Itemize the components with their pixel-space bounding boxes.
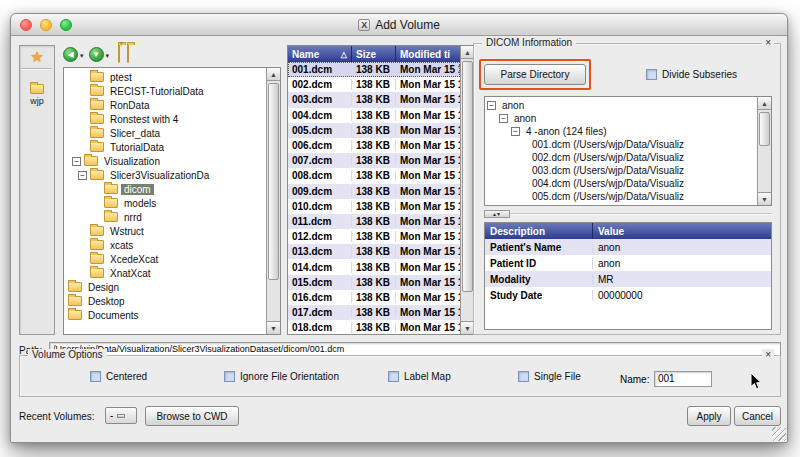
- tree-item[interactable]: 003.dcm (/Users/wjp/Data/Visualiz: [485, 164, 757, 177]
- tree-item[interactable]: XnatXcat: [64, 266, 266, 280]
- file-row[interactable]: 004.dcm138 KBMon Mar 15 15:11:08 20: [288, 108, 460, 123]
- tree-item[interactable]: −4 -anon (124 files): [485, 125, 757, 138]
- file-row[interactable]: 006.dcm138 KBMon Mar 15 15:11:08 20: [288, 138, 460, 153]
- ignore-file-orientation-checkbox[interactable]: [224, 371, 235, 382]
- recent-volumes-dropdown[interactable]: -: [105, 407, 137, 424]
- tree-item[interactable]: 004.dcm (/Users/wjp/Data/Visualiz: [485, 177, 757, 190]
- tree-item[interactable]: Design: [64, 280, 266, 294]
- close-button[interactable]: [20, 19, 32, 31]
- tree-item[interactable]: Ronstest with 4: [64, 112, 266, 126]
- recent-directories-button[interactable]: ▼: [89, 47, 104, 62]
- parent-directory-button[interactable]: ↑: [118, 45, 120, 63]
- column-header-size[interactable]: Size: [352, 46, 396, 62]
- directory-tree-scrollbar[interactable]: ▲ ▼: [266, 68, 280, 334]
- tree-item[interactable]: xcats: [64, 238, 266, 252]
- column-header-modified[interactable]: Modified ti: [396, 46, 460, 62]
- column-header-description[interactable]: Description: [485, 223, 593, 239]
- cancel-button[interactable]: Cancel: [734, 406, 781, 426]
- file-row[interactable]: 007.dcm138 KBMon Mar 15 15:11:08 20: [288, 153, 460, 168]
- tree-item[interactable]: 002.dcm (/Users/wjp/Data/Visualiz: [485, 151, 757, 164]
- centered-option[interactable]: Centered: [90, 371, 147, 382]
- file-row[interactable]: 003.dcm138 KBMon Mar 15 15:11:08 20: [288, 92, 460, 107]
- column-header-name[interactable]: Name △: [288, 46, 352, 62]
- tree-item[interactable]: models: [64, 196, 266, 210]
- file-table-scrollbar[interactable]: ▲ ▼: [460, 46, 474, 334]
- favorites-star-icon[interactable]: ★: [20, 46, 54, 68]
- ignore-file-orientation-option[interactable]: Ignore File Orientation: [224, 371, 339, 382]
- resize-grip[interactable]: [772, 427, 786, 441]
- scroll-down-button[interactable]: ▼: [758, 192, 771, 205]
- tree-item[interactable]: −Slicer3VisualizationDa: [64, 168, 266, 182]
- collapse-icon[interactable]: −: [78, 171, 87, 180]
- divide-subseries-option[interactable]: Divide Subseries: [646, 69, 737, 80]
- collapse-icon[interactable]: −: [487, 101, 496, 110]
- file-row[interactable]: 016.dcm138 KBMon Mar 15 15:11:08 20: [288, 290, 460, 305]
- titlebar[interactable]: X Add Volume: [11, 14, 787, 36]
- minimize-button[interactable]: [40, 19, 52, 31]
- tree-item[interactable]: RECIST-TutorialData: [64, 84, 266, 98]
- parse-directory-button[interactable]: Parse Directory: [484, 64, 586, 85]
- tree-item[interactable]: ptest: [64, 70, 266, 84]
- file-row[interactable]: 008.dcm138 KBMon Mar 15 15:11:08 20: [288, 168, 460, 183]
- tree-item[interactable]: TutorialData: [64, 140, 266, 154]
- volume-options-close-button[interactable]: ×: [762, 349, 774, 360]
- dicom-info-row[interactable]: ModalityMR: [485, 271, 771, 287]
- splitter[interactable]: ▴▾: [484, 210, 772, 218]
- tree-item[interactable]: dicom: [64, 182, 266, 196]
- tree-item[interactable]: Desktop: [64, 294, 266, 308]
- tree-item[interactable]: −anon: [485, 99, 757, 112]
- tree-item[interactable]: nrrd: [64, 210, 266, 224]
- recent-dropdown-icon[interactable]: ▾: [106, 52, 110, 60]
- scroll-thumb[interactable]: [759, 112, 770, 146]
- back-dropdown-icon[interactable]: ▾: [80, 52, 84, 60]
- tree-item[interactable]: XcedeXcat: [64, 252, 266, 266]
- volume-name-field[interactable]: 001: [654, 371, 712, 387]
- file-row[interactable]: 005.dcm138 KBMon Mar 15 15:11:08 20: [288, 123, 460, 138]
- tree-item[interactable]: −Visualization: [64, 154, 266, 168]
- single-file-option[interactable]: Single File: [518, 371, 581, 382]
- file-row[interactable]: 015.dcm138 KBMon Mar 15 15:11:08 20: [288, 275, 460, 290]
- collapse-icon[interactable]: −: [511, 127, 520, 136]
- tree-item[interactable]: 001.dcm (/Users/wjp/Data/Visualiz: [485, 138, 757, 151]
- label-map-option[interactable]: Label Map: [388, 371, 451, 382]
- dicom-info-row[interactable]: Patient IDanon: [485, 255, 771, 271]
- column-header-value[interactable]: Value: [593, 223, 771, 239]
- dicom-info-row[interactable]: Study Date00000000: [485, 287, 771, 303]
- collapse-icon[interactable]: −: [499, 114, 508, 123]
- zoom-button[interactable]: [60, 19, 72, 31]
- scroll-down-button[interactable]: ▼: [267, 321, 280, 334]
- file-row[interactable]: 014.dcm138 KBMon Mar 15 15:11:08 20: [288, 259, 460, 274]
- tree-item[interactable]: RonData: [64, 98, 266, 112]
- favorite-wjp[interactable]: wjp: [20, 84, 54, 106]
- label-map-checkbox[interactable]: [388, 371, 399, 382]
- single-file-checkbox[interactable]: [518, 371, 529, 382]
- scroll-thumb[interactable]: [268, 83, 279, 280]
- scroll-up-button[interactable]: ▲: [267, 68, 280, 81]
- new-folder-button[interactable]: [127, 45, 129, 63]
- collapse-icon[interactable]: −: [72, 157, 81, 166]
- scroll-track[interactable]: [758, 110, 771, 192]
- file-row[interactable]: 012.dcm138 KBMon Mar 15 15:11:08 20: [288, 229, 460, 244]
- back-button[interactable]: ◀: [63, 47, 78, 62]
- scroll-up-button[interactable]: ▲: [758, 97, 771, 110]
- file-row[interactable]: 017.dcm138 KBMon Mar 15 15:11:08 20: [288, 305, 460, 320]
- file-row[interactable]: 001.dcm138 KBMon Mar 15 15:11:08 20: [288, 62, 460, 77]
- tree-item[interactable]: −anon: [485, 112, 757, 125]
- file-row[interactable]: 018.dcm138 KBMon Mar 15 15:11:08 20: [288, 320, 460, 334]
- dicom-info-row[interactable]: Patient's Nameanon: [485, 239, 771, 255]
- apply-button[interactable]: Apply: [687, 406, 731, 426]
- scroll-thumb[interactable]: [462, 61, 473, 292]
- divide-subseries-checkbox[interactable]: [646, 69, 657, 80]
- browse-to-cwd-button[interactable]: Browse to CWD: [145, 406, 239, 426]
- tree-item[interactable]: Slicer_data: [64, 126, 266, 140]
- file-row[interactable]: 009.dcm138 KBMon Mar 15 15:11:08 20: [288, 184, 460, 199]
- file-row[interactable]: 010.dcm138 KBMon Mar 15 15:11:08 20: [288, 199, 460, 214]
- file-row[interactable]: 011.dcm138 KBMon Mar 15 15:11:08 20: [288, 214, 460, 229]
- tree-item[interactable]: Wstruct: [64, 224, 266, 238]
- dicom-tree-scrollbar[interactable]: ▲ ▼: [757, 97, 771, 205]
- splitter-handle[interactable]: ▴▾: [484, 210, 510, 218]
- file-row[interactable]: 013.dcm138 KBMon Mar 15 15:11:08 20: [288, 244, 460, 259]
- centered-checkbox[interactable]: [90, 371, 101, 382]
- file-row[interactable]: 002.dcm138 KBMon Mar 15 15:11:08 20: [288, 77, 460, 92]
- scroll-track[interactable]: [267, 81, 280, 321]
